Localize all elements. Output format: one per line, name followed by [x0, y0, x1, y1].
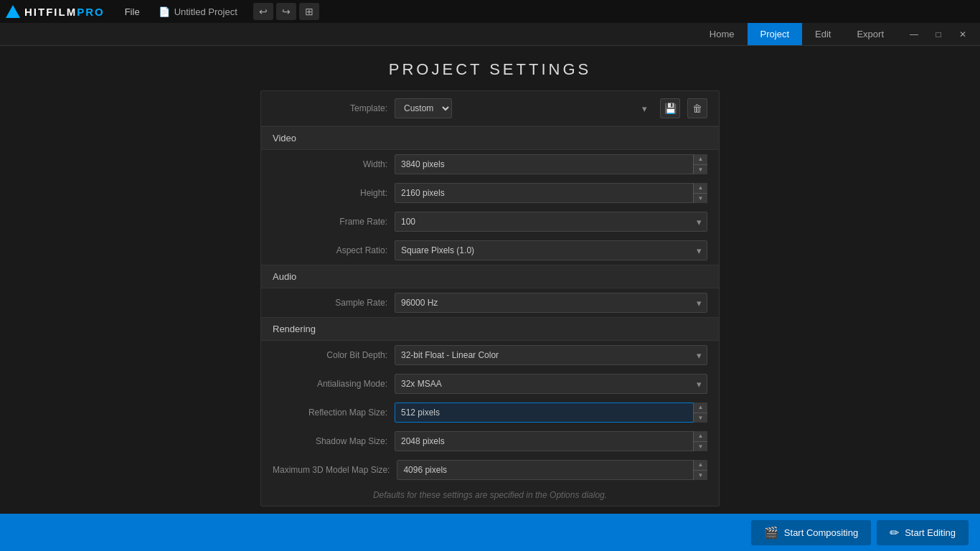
settings-panel: Template: Custom 💾 🗑 Video Width: ▲ ▼	[260, 90, 720, 507]
width-label: Width:	[273, 159, 387, 169]
shadowmap-row: Shadow Map Size: ▲ ▼	[261, 427, 719, 456]
height-increment[interactable]: ▲	[693, 183, 707, 194]
save-template-button[interactable]: 💾	[660, 98, 680, 118]
shadowmap-decrement[interactable]: ▼	[693, 442, 707, 452]
framerate-row: Frame Rate: 100	[261, 207, 719, 236]
main-content: PROJECT SETTINGS Template: Custom 💾 🗑 Vi…	[0, 46, 980, 551]
start-editing-label: Start Editing	[905, 527, 956, 538]
window-controls: — □ ✕	[903, 23, 974, 46]
width-spinner-controls: ▲ ▼	[693, 154, 707, 174]
reflectionmap-row: Reflection Map Size: ▲ ▼	[261, 398, 719, 427]
maximize-button[interactable]: □	[927, 23, 950, 46]
model3dmap-label: Maximum 3D Model Map Size:	[273, 465, 390, 475]
framerate-select-wrapper: 100	[395, 212, 707, 232]
navbar: Home Project Edit Export — □ ✕	[0, 23, 980, 46]
video-section-header: Video	[261, 126, 719, 150]
reflectionmap-spinner-controls: ▲ ▼	[693, 402, 707, 423]
reflectionmap-increment[interactable]: ▲	[693, 402, 707, 413]
nav-export[interactable]: Export	[844, 23, 897, 45]
colorbit-row: Color Bit Depth: 32-bit Float - Linear C…	[261, 341, 719, 369]
trash-icon: 🗑	[692, 103, 702, 114]
delete-template-button[interactable]: 🗑	[687, 98, 707, 118]
save-icon: 💾	[664, 103, 677, 114]
compositing-icon: 🎬	[764, 526, 778, 540]
model3dmap-spinner-controls: ▲ ▼	[693, 460, 707, 480]
height-spinner-controls: ▲ ▼	[693, 183, 707, 203]
start-compositing-label: Start Compositing	[784, 527, 858, 538]
page-title: PROJECT SETTINGS	[389, 60, 591, 79]
project-name: Untitled Project	[174, 6, 237, 17]
redo-button[interactable]: ↪	[276, 3, 296, 20]
template-select-wrapper: Custom	[395, 98, 653, 118]
undo-button[interactable]: ↩	[253, 3, 273, 20]
framerate-select[interactable]: 100	[395, 212, 707, 232]
start-compositing-button[interactable]: 🎬 Start Compositing	[751, 520, 871, 545]
aspectratio-label: Aspect Ratio:	[273, 245, 387, 255]
template-select[interactable]: Custom	[395, 98, 452, 118]
model3dmap-decrement[interactable]: ▼	[693, 471, 707, 481]
height-row: Height: ▲ ▼	[261, 179, 719, 207]
project-title-tab[interactable]: 📄 Untitled Project	[149, 0, 248, 23]
colorbit-select-wrapper: 32-bit Float - Linear Color	[395, 345, 707, 365]
height-label: Height:	[273, 188, 387, 198]
start-editing-button[interactable]: ✏ Start Editing	[877, 520, 969, 545]
titlebar-actions: ↩ ↪ ⊞	[253, 3, 319, 20]
rendering-section-header: Rendering	[261, 317, 719, 341]
aspectratio-row: Aspect Ratio: Square Pixels (1.0)	[261, 236, 719, 265]
shadowmap-label: Shadow Map Size:	[273, 436, 387, 446]
height-decrement[interactable]: ▼	[693, 194, 707, 204]
aspectratio-select-wrapper: Square Pixels (1.0)	[395, 240, 707, 260]
reflectionmap-label: Reflection Map Size:	[273, 408, 387, 418]
nav-project[interactable]: Project	[748, 23, 802, 45]
shadowmap-input[interactable]	[395, 431, 707, 451]
colorbit-select[interactable]: 32-bit Float - Linear Color	[395, 345, 707, 365]
titlebar: HITFILMPRO File 📄 Untitled Project ↩ ↪ ⊞	[0, 0, 980, 23]
width-increment[interactable]: ▲	[693, 154, 707, 165]
width-input[interactable]	[395, 154, 707, 174]
nav-edit[interactable]: Edit	[802, 23, 844, 45]
file-menu[interactable]: File	[116, 0, 149, 23]
width-row: Width: ▲ ▼	[261, 150, 719, 179]
colorbit-label: Color Bit Depth:	[273, 350, 387, 360]
hint-text: Defaults for these settings are specifie…	[261, 484, 719, 506]
height-input[interactable]	[395, 183, 707, 203]
logo-triangle-icon	[6, 5, 20, 18]
width-spinner: ▲ ▼	[395, 154, 707, 174]
model3dmap-row: Maximum 3D Model Map Size: ▲ ▼	[261, 456, 719, 484]
height-spinner: ▲ ▼	[395, 183, 707, 203]
width-decrement[interactable]: ▼	[693, 165, 707, 175]
template-label: Template:	[273, 103, 387, 113]
samplerate-select[interactable]: 96000 Hz	[395, 293, 707, 313]
minimize-button[interactable]: —	[903, 23, 925, 46]
framerate-label: Frame Rate:	[273, 217, 387, 227]
samplerate-select-wrapper: 96000 Hz	[395, 293, 707, 313]
reflectionmap-decrement[interactable]: ▼	[693, 413, 707, 423]
reflectionmap-input[interactable]	[395, 402, 707, 423]
shadowmap-spinner-controls: ▲ ▼	[693, 431, 707, 451]
reflectionmap-spinner: ▲ ▼	[395, 402, 707, 423]
template-row: Template: Custom 💾 🗑	[261, 91, 719, 126]
antialiasing-row: Antialiasing Mode: 32x MSAA	[261, 369, 719, 398]
close-button[interactable]: ✕	[951, 23, 974, 46]
antialiasing-label: Antialiasing Mode:	[273, 379, 387, 389]
shadowmap-spinner: ▲ ▼	[395, 431, 707, 451]
model3dmap-increment[interactable]: ▲	[693, 460, 707, 471]
samplerate-label: Sample Rate:	[273, 298, 387, 308]
logo-area: HITFILMPRO	[6, 5, 105, 18]
document-icon: 📄	[159, 6, 170, 17]
editing-icon: ✏	[890, 526, 899, 540]
footer: 🎬 Start Compositing ✏ Start Editing	[0, 514, 980, 551]
grid-button[interactable]: ⊞	[299, 3, 319, 20]
model3dmap-input[interactable]	[397, 460, 707, 480]
app-name: HITFILMPRO	[24, 6, 105, 18]
antialiasing-select-wrapper: 32x MSAA	[395, 374, 707, 394]
model3dmap-spinner: ▲ ▼	[397, 460, 707, 480]
audio-section-header: Audio	[261, 265, 719, 288]
samplerate-row: Sample Rate: 96000 Hz	[261, 288, 719, 317]
antialiasing-select[interactable]: 32x MSAA	[395, 374, 707, 394]
aspectratio-select[interactable]: Square Pixels (1.0)	[395, 240, 707, 260]
nav-home[interactable]: Home	[697, 23, 748, 45]
shadowmap-increment[interactable]: ▲	[693, 431, 707, 442]
